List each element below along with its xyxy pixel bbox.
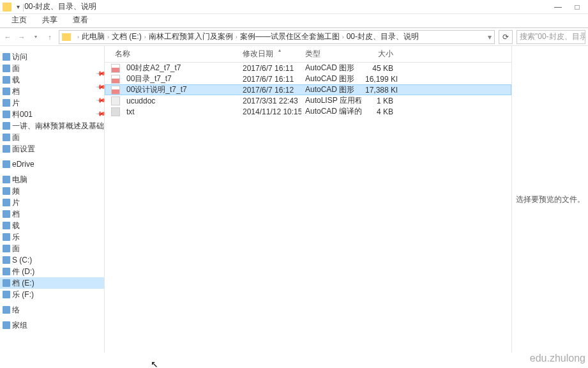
- header-type[interactable]: 类型: [301, 49, 361, 59]
- sidebar-item[interactable]: 络: [0, 304, 104, 316]
- file-type: AutoCAD 图形: [301, 73, 361, 84]
- file-size: 45 KB: [361, 64, 397, 73]
- forward-button[interactable]: →: [17, 32, 27, 42]
- file-row[interactable]: 00设计说明_t7_t72017/6/7 16:12AutoCAD 图形17,3…: [105, 84, 511, 95]
- sidebar-item[interactable]: 电脑: [0, 174, 104, 185]
- file-date: 2017/6/7 16:12: [239, 86, 301, 95]
- sidebar-item-icon: [3, 291, 10, 298]
- sidebar-item[interactable]: 件 (D:): [0, 266, 104, 277]
- file-row[interactable]: 00封皮A2_t7_t72017/6/7 16:11AutoCAD 图形45 K…: [105, 63, 511, 73]
- sort-indicator-icon: ▴: [278, 47, 281, 53]
- sidebar-item-icon: [3, 88, 10, 95]
- sidebar-item-label: 片: [12, 98, 20, 109]
- file-icon: [111, 96, 120, 105]
- sidebar-item-label: 电脑: [12, 174, 27, 185]
- sidebar-item-label: 乐 (F:): [12, 289, 34, 300]
- column-headers: ▴ 名称 修改日期 类型 大小: [105, 46, 511, 63]
- file-row[interactable]: txt2014/11/12 10:15AutoCAD 编译的形4 KB: [105, 106, 511, 117]
- sidebar-item[interactable]: 家组: [0, 319, 104, 331]
- sidebar-item-label: 载: [12, 75, 20, 86]
- file-type: AutoLISP 应用程...: [301, 95, 361, 106]
- sidebar-item-label: 件 (D:): [12, 266, 34, 277]
- sidebar-item[interactable]: 乐: [0, 231, 104, 243]
- sidebar-item[interactable]: 料001: [0, 109, 104, 120]
- file-row[interactable]: ucuddoc2017/3/31 22:43AutoLISP 应用程...1 K…: [105, 95, 511, 106]
- breadcrumb[interactable]: 案例——试景住区全套施工图: [240, 31, 340, 42]
- sidebar-item-icon: [3, 210, 10, 218]
- sidebar-item[interactable]: 面: [0, 63, 104, 74]
- file-size: 4 KB: [361, 107, 397, 116]
- chevron-right-icon: ›: [342, 34, 344, 40]
- sidebar-item[interactable]: 面: [0, 243, 104, 254]
- chevron-right-icon: ›: [236, 34, 237, 40]
- sidebar-item[interactable]: 档: [0, 86, 104, 97]
- sidebar-item[interactable]: S (C:): [0, 254, 104, 266]
- sidebar-item[interactable]: 频: [0, 185, 104, 197]
- history-dropdown-icon[interactable]: ▾: [31, 32, 41, 42]
- file-icon: [111, 86, 120, 95]
- breadcrumb[interactable]: 00-封皮、目录、说明: [347, 31, 419, 42]
- file-list: ▴ 名称 修改日期 类型 大小 📌 📌 📌 📌 00封皮A2_t7_t72017…: [105, 46, 511, 353]
- sidebar-item-icon: [3, 99, 10, 107]
- sidebar-item-icon: [3, 279, 10, 287]
- sidebar-item-label: 片: [12, 197, 20, 208]
- sidebar-item[interactable]: 一讲、南林预算概述及基础知识: [0, 120, 104, 132]
- sidebar-item-icon: [3, 187, 10, 195]
- sidebar-item[interactable]: 片: [0, 97, 104, 109]
- file-name: txt: [123, 107, 239, 116]
- sidebar-item-label: 络: [12, 305, 20, 316]
- breadcrumb[interactable]: 此电脑: [82, 31, 105, 42]
- sidebar-item-icon: [3, 134, 10, 141]
- sidebar-item[interactable]: eDrive: [0, 158, 104, 170]
- chevron-right-icon: ›: [77, 34, 79, 40]
- tab-home[interactable]: 主页: [4, 13, 34, 27]
- tab-share[interactable]: 共享: [34, 13, 65, 27]
- sidebar-item-label: 面: [12, 132, 20, 143]
- file-size: 17,388 KB: [361, 86, 397, 95]
- minimize-button[interactable]: —: [554, 3, 562, 12]
- sidebar-item-label: S (C:): [12, 256, 32, 264]
- sidebar-item-label: 面: [12, 243, 20, 254]
- file-date: 2017/6/7 16:11: [239, 64, 301, 73]
- header-size[interactable]: 大小: [361, 49, 397, 59]
- search-input[interactable]: 搜索"00-封皮、目录、说明: [516, 30, 585, 44]
- file-date: 2017/3/31 22:43: [239, 96, 301, 105]
- dropdown-icon[interactable]: ▾: [17, 3, 20, 10]
- file-icon: [111, 107, 120, 116]
- sidebar-item[interactable]: 面: [0, 132, 104, 143]
- header-name[interactable]: 名称: [111, 49, 239, 59]
- address-bar[interactable]: › 此电脑 › 文档 (E:) › 南林工程预算入门及案例 › 案例——试景住区…: [59, 30, 495, 44]
- sidebar-item-label: 档: [12, 86, 20, 97]
- preview-pane: 选择要预览的文件。: [511, 46, 588, 353]
- sidebar-item-label: 频: [12, 186, 20, 197]
- sidebar-item[interactable]: 载: [0, 220, 104, 231]
- title-bar: ▾ | 00-封皮、目录、说明 — □: [0, 0, 588, 14]
- address-dropdown-icon[interactable]: ▾: [488, 33, 492, 42]
- sidebar-item-icon: [3, 76, 10, 84]
- sidebar-item[interactable]: 访问: [0, 51, 104, 63]
- up-button[interactable]: ↑: [45, 32, 55, 42]
- preview-message: 选择要预览的文件。: [516, 194, 585, 205]
- sidebar-item-icon: [3, 233, 10, 241]
- maximize-button[interactable]: □: [573, 3, 582, 12]
- file-row[interactable]: 00目录_t7_t72017/6/7 16:11AutoCAD 图形16,199…: [105, 73, 511, 84]
- tab-view[interactable]: 查看: [65, 13, 96, 27]
- sidebar-item[interactable]: 载: [0, 74, 104, 86]
- back-button[interactable]: ←: [3, 32, 13, 42]
- sidebar-item[interactable]: 乐 (F:): [0, 289, 104, 300]
- file-size: 1 KB: [361, 96, 397, 105]
- chevron-right-icon: ›: [144, 34, 146, 40]
- sidebar-item[interactable]: 档: [0, 208, 104, 220]
- sidebar-item-icon: [3, 145, 10, 153]
- sidebar-item[interactable]: 档 (E:): [0, 277, 104, 289]
- sidebar-item-icon: [3, 176, 10, 183]
- refresh-button[interactable]: ⟳: [499, 30, 513, 44]
- breadcrumb[interactable]: 南林工程预算入门及案例: [149, 31, 233, 42]
- file-type: AutoCAD 图形: [301, 63, 361, 73]
- sidebar-item[interactable]: 片: [0, 197, 104, 208]
- sidebar-item-label: 料001: [12, 109, 33, 120]
- breadcrumb[interactable]: 文档 (E:): [112, 31, 142, 42]
- header-date[interactable]: 修改日期: [239, 49, 301, 59]
- sidebar-item[interactable]: 面设置: [0, 143, 104, 155]
- nav-bar: ← → ▾ ↑ › 此电脑 › 文档 (E:) › 南林工程预算入门及案例 › …: [0, 28, 588, 46]
